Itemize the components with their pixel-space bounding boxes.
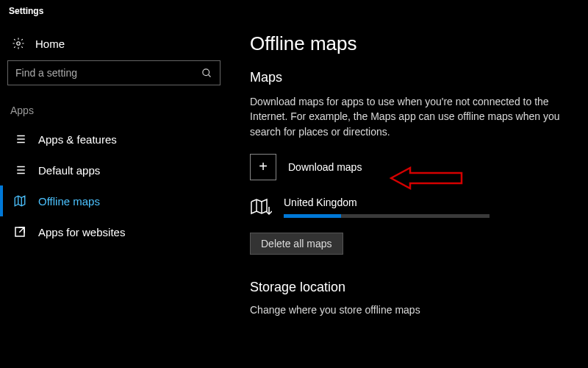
maps-description: Download maps for apps to use when you'r… [250, 94, 566, 139]
svg-line-2 [208, 74, 210, 77]
sidebar-item-label: Apps & features [38, 133, 117, 146]
sidebar-item-offline-maps[interactable]: Offline maps [0, 185, 220, 216]
sidebar-item-apps-features[interactable]: Apps & features [0, 124, 220, 155]
sidebar-section-label: Apps [7, 105, 220, 124]
maps-heading: Maps [250, 70, 566, 85]
gear-icon [12, 37, 25, 50]
storage-description: Change where you store offline maps [250, 304, 566, 316]
download-progress-bar [284, 214, 490, 218]
sidebar-item-label: Default apps [38, 164, 100, 177]
delete-all-maps-button[interactable]: Delete all maps [250, 233, 343, 255]
map-download-icon [250, 198, 272, 217]
window-title: Settings [0, 0, 588, 22]
svg-line-18 [19, 227, 24, 233]
svg-point-0 [17, 42, 21, 46]
sidebar: Home Apps Apps & features Default apps [0, 22, 228, 368]
sidebar-item-apps-for-websites[interactable]: Apps for websites [0, 216, 220, 247]
search-input[interactable] [15, 67, 201, 79]
download-maps-button[interactable]: + Download maps [250, 154, 566, 180]
sidebar-item-default-apps[interactable]: Default apps [0, 155, 220, 185]
search-icon [201, 68, 212, 79]
home-label: Home [35, 38, 65, 50]
sidebar-item-label: Apps for websites [38, 226, 125, 238]
map-list-item[interactable]: United Kingdom [250, 197, 566, 218]
main-content: Offline maps Maps Download maps for apps… [228, 22, 588, 368]
list-icon [13, 132, 26, 146]
download-maps-label: Download maps [288, 161, 362, 173]
search-input-wrap[interactable] [7, 60, 220, 85]
svg-point-1 [203, 68, 209, 75]
map-item-name: United Kingdom [284, 197, 566, 208]
open-external-icon [13, 225, 26, 238]
defaults-icon [13, 163, 26, 177]
home-button[interactable]: Home [7, 29, 220, 60]
plus-icon: + [250, 154, 276, 180]
sidebar-item-label: Offline maps [38, 195, 100, 208]
page-title: Offline maps [250, 32, 566, 55]
storage-heading: Storage location [250, 280, 566, 295]
map-icon [13, 194, 26, 208]
